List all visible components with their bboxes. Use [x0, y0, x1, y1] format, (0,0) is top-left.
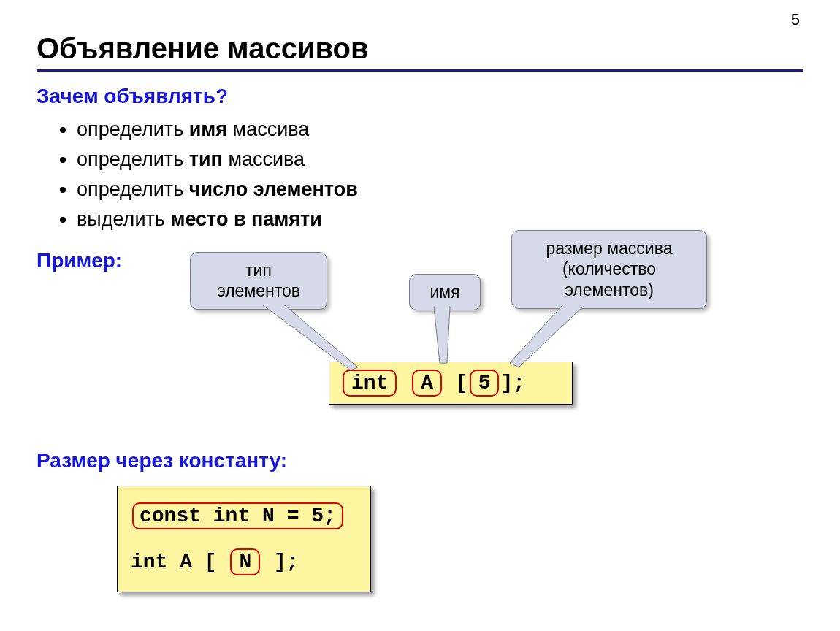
code-array-name: A: [412, 370, 442, 397]
const-heading: Размер через константу:: [37, 449, 803, 473]
svg-marker-4: [510, 305, 584, 367]
bullet-text: массива: [227, 118, 309, 140]
why-heading: Зачем объявлять?: [37, 85, 803, 108]
callout-text: размер массива: [525, 238, 693, 259]
code-text: ];: [261, 551, 298, 573]
callout-text: элементов: [204, 280, 313, 302]
callout-size: размер массива (количество элементов): [511, 230, 707, 309]
callout-name: имя: [409, 274, 481, 311]
bullet-text: выделить: [77, 208, 170, 230]
callout-text: элементов): [525, 280, 693, 301]
code-example-box: int A [ 5 ];: [329, 362, 573, 405]
bullet-text: определить: [77, 118, 189, 140]
bullet-item: определить имя массива: [77, 115, 803, 144]
callout-text: (количество: [525, 259, 693, 280]
bullet-item: определить число элементов: [77, 175, 803, 204]
callout-text: тип: [204, 260, 313, 281]
code-const-n: N: [230, 548, 260, 576]
slide-title: Объявление массивов: [37, 32, 803, 65]
code-text: [: [443, 372, 468, 394]
bullet-text: массива: [223, 148, 305, 170]
bullet-text: определить: [77, 148, 189, 170]
page-number: 5: [791, 10, 800, 29]
slide: 5 Объявление массивов Зачем объявлять? о…: [0, 0, 840, 631]
example-diagram: тип элементов имя размер массива (количе…: [37, 274, 803, 449]
code-array-size: 5: [470, 370, 500, 397]
code-text: [398, 372, 411, 394]
svg-marker-2: [434, 307, 450, 363]
bullet-bold: имя: [189, 118, 227, 140]
bullet-bold: число элементов: [189, 178, 358, 200]
bullet-bold: тип: [189, 148, 223, 170]
callout-type: тип элементов: [190, 252, 327, 310]
callout-text: имя: [423, 282, 467, 303]
bullet-text: определить: [77, 178, 189, 200]
title-divider: [37, 69, 803, 72]
bullet-bold: место в памяти: [170, 208, 321, 230]
code-keyword-int: int: [343, 370, 397, 397]
code-text: ];: [500, 372, 525, 394]
code-const-box: const int N = 5; int A [ N ];: [117, 486, 371, 592]
code-text: int A [: [131, 551, 229, 573]
bullet-list: определить имя массива определить тип ма…: [77, 115, 803, 234]
svg-marker-0: [263, 305, 358, 370]
bullet-item: определить тип массива: [77, 145, 803, 174]
code-const-line: const int N = 5;: [132, 502, 343, 530]
